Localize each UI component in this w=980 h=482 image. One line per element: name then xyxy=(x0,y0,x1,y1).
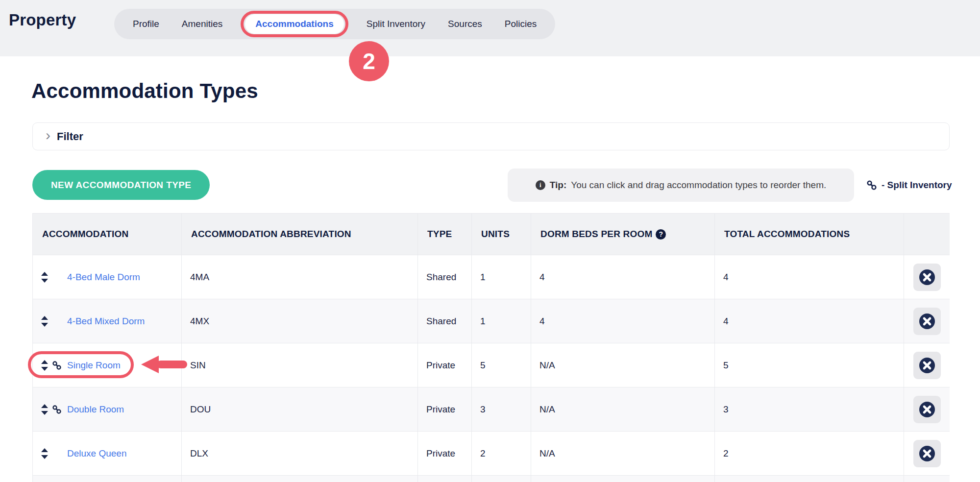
new-accommodation-type-button[interactable]: NEW ACCOMMODATION TYPE xyxy=(32,170,210,200)
abbreviation-cell: SIN xyxy=(182,343,418,387)
accommodation-link[interactable]: 4-Bed Male Dorm xyxy=(67,272,140,283)
tip-label: Tip: xyxy=(550,180,566,191)
table-header-row: ACCOMMODATION ACCOMMODATION ABBREVIATION… xyxy=(33,214,950,255)
help-icon[interactable]: ? xyxy=(656,229,666,240)
drag-handle-icon[interactable] xyxy=(41,404,48,415)
filter-accordion[interactable]: › Filter xyxy=(32,122,950,150)
table-row-partial xyxy=(33,476,950,482)
col-accommodation: ACCOMMODATION xyxy=(33,214,182,255)
chevron-right-icon: › xyxy=(46,128,50,143)
accommodation-link[interactable]: Double Room xyxy=(67,404,124,415)
accommodation-link[interactable]: Single Room xyxy=(67,360,121,371)
table-row: Deluxe QueenDLXPrivate2N/A2 xyxy=(33,432,950,476)
col-dorm-beds: DORM BEDS PER ROOM ? xyxy=(531,214,715,255)
accommodation-cell: 4-Bed Male Dorm xyxy=(33,255,182,299)
split-inventory-link-icon xyxy=(52,405,62,414)
accommodation-cell: Double Room xyxy=(33,387,182,432)
legend-label: - Split Inventory xyxy=(882,180,952,191)
total-accommodations-cell: 4 xyxy=(715,299,904,343)
accommodation-table-body: 4-Bed Male Dorm4MAShared1444-Bed Mixed D… xyxy=(33,255,950,482)
col-type: TYPE xyxy=(418,214,472,255)
delete-button[interactable] xyxy=(913,396,941,423)
property-tabbar: ProfileAmenitiesAccommodationsSplit Inve… xyxy=(114,9,555,39)
delete-button[interactable] xyxy=(913,352,941,379)
type-cell: Private xyxy=(418,343,472,387)
table-row: Single RoomSINPrivate5N/A5 xyxy=(33,343,950,387)
accommodation-cell: 4-Bed Mixed Dorm xyxy=(33,299,182,343)
total-accommodations-cell: 2 xyxy=(715,432,904,476)
abbreviation-cell: 4MA xyxy=(182,255,418,299)
drag-handle-icon[interactable] xyxy=(41,360,48,371)
total-accommodations-cell: 5 xyxy=(715,343,904,387)
total-accommodations-cell: 3 xyxy=(715,387,904,432)
dorm-beds-cell: 4 xyxy=(531,299,715,343)
abbreviation-cell: 4MX xyxy=(182,299,418,343)
col-units: UNITS xyxy=(472,214,531,255)
tab-sources[interactable]: Sources xyxy=(448,19,482,29)
tip-box: i Tip: You can click and drag accommodat… xyxy=(508,169,854,202)
type-cell: Shared xyxy=(418,255,472,299)
actions-cell xyxy=(904,432,950,476)
tab-policies[interactable]: Policies xyxy=(505,19,537,29)
tab-split-inventory[interactable]: Split Inventory xyxy=(367,19,425,29)
units-cell: 1 xyxy=(472,299,531,343)
drag-handle-icon[interactable] xyxy=(41,448,48,459)
tab-profile[interactable]: Profile xyxy=(133,19,159,29)
drag-handle-icon[interactable] xyxy=(41,316,48,327)
delete-button[interactable] xyxy=(913,440,941,467)
units-cell: 1 xyxy=(472,255,531,299)
info-icon: i xyxy=(536,180,545,190)
col-total-accommodations: TOTAL ACCOMMODATIONS xyxy=(715,214,904,255)
actions-cell xyxy=(904,387,950,432)
split-inventory-link-icon xyxy=(52,361,62,370)
tip-text: You can click and drag accommodation typ… xyxy=(571,180,826,191)
annotation-ring-active-tab xyxy=(241,11,348,37)
dorm-beds-cell: N/A xyxy=(531,387,715,432)
page-title: Accommodation Types xyxy=(31,79,258,103)
tab-amenities[interactable]: Amenities xyxy=(182,19,222,29)
accommodation-cell: Deluxe Queen xyxy=(33,432,182,476)
accommodation-cell: Single Room xyxy=(33,343,182,387)
abbreviation-cell: DOU xyxy=(182,387,418,432)
split-inventory-legend: - Split Inventory xyxy=(866,169,952,202)
accommodation-link[interactable]: Deluxe Queen xyxy=(67,448,126,459)
accommodation-table: ACCOMMODATION ACCOMMODATION ABBREVIATION… xyxy=(32,213,950,482)
type-cell: Private xyxy=(418,432,472,476)
link-icon xyxy=(866,180,877,191)
table-row: 4-Bed Male Dorm4MAShared144 xyxy=(33,255,950,299)
actions-cell xyxy=(904,299,950,343)
dorm-beds-cell: 4 xyxy=(531,255,715,299)
abbreviation-cell: DLX xyxy=(182,432,418,476)
dorm-beds-cell: N/A xyxy=(531,343,715,387)
col-actions xyxy=(904,214,950,255)
actions-cell xyxy=(904,343,950,387)
type-cell: Shared xyxy=(418,299,472,343)
col-abbreviation: ACCOMMODATION ABBREVIATION xyxy=(182,214,418,255)
table-row: 4-Bed Mixed Dorm4MXShared144 xyxy=(33,299,950,343)
dorm-beds-cell: N/A xyxy=(531,432,715,476)
drag-handle-icon[interactable] xyxy=(41,272,48,283)
filter-label: Filter xyxy=(57,130,83,143)
delete-button[interactable] xyxy=(913,264,941,291)
tab-accommodations[interactable]: Accommodations xyxy=(245,14,343,34)
table-row: Double RoomDOUPrivate3N/A3 xyxy=(33,387,950,432)
annotation-step-badge: 2 xyxy=(349,41,389,81)
app-title: Property xyxy=(9,11,76,29)
accommodation-link[interactable]: 4-Bed Mixed Dorm xyxy=(67,316,145,327)
actions-cell xyxy=(904,255,950,299)
total-accommodations-cell: 4 xyxy=(715,255,904,299)
type-cell: Private xyxy=(418,387,472,432)
delete-button[interactable] xyxy=(913,308,941,335)
units-cell: 5 xyxy=(472,343,531,387)
units-cell: 2 xyxy=(472,432,531,476)
units-cell: 3 xyxy=(472,387,531,432)
